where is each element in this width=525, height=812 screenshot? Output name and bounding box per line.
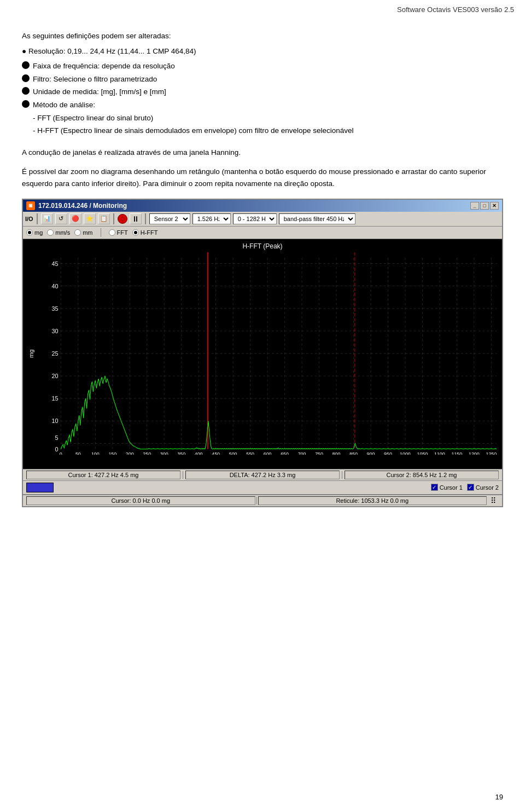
sensor-select[interactable]: Sensor 2 [149, 213, 190, 224]
unit-radio-group: mg mm/s mm [26, 229, 93, 236]
svg-text:1250: 1250 [486, 451, 497, 454]
svg-text:1200: 1200 [469, 451, 480, 454]
svg-text:600: 600 [264, 451, 272, 454]
toolbar-separator-2 [113, 213, 114, 224]
toolbar-btn-3[interactable]: 🔴 [69, 213, 81, 224]
hanning-paragraph: A condução de janelas é realizada atravé… [22, 147, 503, 159]
cursor-color-box [26, 483, 54, 492]
intro-line2: ● Resolução: 0,19... 24,4 Hz (11,44... 1… [22, 45, 503, 57]
svg-text:30: 30 [51, 327, 58, 334]
bullet-text-2: Filtro: Selecione o filtro parametrizado [33, 73, 157, 85]
svg-text:25: 25 [51, 350, 58, 356]
status-divider-1 [183, 471, 183, 479]
intro-section: As seguintes definições podem ser altera… [22, 30, 503, 137]
method-hfft-item[interactable]: H-FFT [132, 229, 158, 236]
method-radio-group: FFT H-FFT [109, 229, 158, 236]
maximize-button[interactable]: □ [480, 202, 489, 210]
unit-mms-item[interactable]: mm/s [47, 229, 70, 236]
record-button[interactable] [118, 214, 127, 224]
svg-text:0: 0 [55, 445, 58, 452]
controls-separator [101, 228, 101, 237]
svg-text:900: 900 [367, 451, 375, 454]
cursor-bottom-status: Cursor: 0.0 Hz 0.0 mg [26, 496, 255, 505]
svg-text:0: 0 [60, 451, 62, 454]
svg-text:700: 700 [298, 451, 306, 454]
reticule-status: Reticule: 1053.3 Hz 0.0 mg [258, 496, 487, 505]
unit-mm-radio[interactable] [74, 229, 81, 236]
main-content: As seguintes definições podem ser altera… [0, 14, 525, 562]
cursor2-status: Cursor 2: 854.5 Hz 1.2 mg [345, 471, 499, 479]
svg-text:400: 400 [195, 451, 203, 454]
cursor1-checkbox-item[interactable]: ✓ Cursor 1 [431, 484, 463, 491]
status-divider-2 [342, 471, 342, 479]
cursor-controls-row: ✓ Cursor 1 ✓ Cursor 2 [23, 480, 502, 494]
svg-text:35: 35 [51, 305, 58, 311]
unit-mms-radio[interactable] [47, 229, 54, 236]
svg-text:1100: 1100 [434, 451, 445, 454]
dash-text-2: - H-FFT (Espectro linear de sinais demod… [33, 126, 354, 135]
chart-inner: 45 40 35 30 25 20 15 10 5 0 [39, 252, 502, 455]
svg-text:500: 500 [229, 451, 237, 454]
status-bar-1: Cursor 1: 427.2 Hz 4.5 mg DELTA: 427.2 H… [23, 469, 502, 480]
controls-row: mg mm/s mm FFT H-FFT [23, 227, 502, 239]
close-button[interactable]: ✕ [490, 202, 499, 210]
method-hfft-radio[interactable] [132, 229, 139, 236]
cursor2-checkbox[interactable]: ✓ [467, 484, 474, 491]
cursor2-checkbox-item[interactable]: ✓ Cursor 2 [467, 484, 499, 491]
toolbar-btn-4[interactable]: ⭐ [84, 213, 96, 224]
toolbar-btn-5[interactable]: 📋 [98, 213, 110, 224]
svg-text:5: 5 [55, 434, 58, 441]
unit-mms-label: mm/s [55, 229, 70, 236]
svg-text:50: 50 [75, 451, 81, 454]
bottom-status-bar: Cursor: 0.0 Hz 0.0 mg Reticule: 1053.3 H… [23, 494, 502, 506]
dash-text-1: - FFT (Espectro linear do sinal bruto) [33, 114, 153, 122]
window-titlebar: ▣ 172.019.014.246 / Monitoring _ □ ✕ [23, 200, 502, 212]
method-hfft-label: H-FFT [141, 229, 158, 236]
chart-area: H-FFT (Peak) mg [23, 239, 502, 469]
range-select[interactable]: 0 - 1282 Hz [233, 213, 277, 224]
filter-select[interactable]: band-pass filter 450 Hz : [279, 213, 355, 224]
minimize-button[interactable]: _ [470, 202, 479, 210]
svg-text:350: 350 [177, 451, 185, 454]
bullet-dot [22, 61, 30, 69]
svg-text:200: 200 [126, 451, 134, 454]
cursor1-status: Cursor 1: 427.2 Hz 4.5 mg [26, 471, 180, 479]
resize-handle[interactable]: ⠿ [488, 496, 499, 505]
svg-text:45: 45 [51, 260, 58, 266]
svg-text:40: 40 [51, 282, 58, 289]
toolbar-separator [37, 213, 38, 224]
pause-button[interactable]: ⏸ [130, 213, 142, 224]
unit-mg-item[interactable]: mg [26, 229, 43, 236]
bullet-item-1: Faixa de frequência: depende da resoluçã… [22, 60, 503, 72]
titlebar-buttons[interactable]: _ □ ✕ [470, 202, 499, 210]
method-fft-item[interactable]: FFT [109, 229, 128, 236]
bottom-status-divider [256, 497, 257, 504]
method-fft-radio[interactable] [109, 229, 115, 236]
bullet-item-2: Filtro: Selecione o filtro parametrizado [22, 73, 503, 85]
svg-text:950: 950 [384, 451, 392, 454]
cursor1-checkbox[interactable]: ✓ [431, 484, 438, 491]
toolbar-btn-2[interactable]: ↺ [55, 213, 67, 224]
svg-text:300: 300 [160, 451, 168, 454]
toolbar-btn-1[interactable]: 📊 [41, 213, 53, 224]
dash-item-2: - H-FFT (Espectro linear de sinais demod… [33, 125, 503, 137]
svg-text:10: 10 [51, 417, 58, 424]
cursor2-label: Cursor 2 [476, 484, 499, 491]
bullet-dot [22, 100, 30, 108]
svg-text:800: 800 [332, 451, 341, 454]
chart-title: H-FFT (Peak) [23, 239, 502, 250]
toolbar-separator-3 [145, 213, 146, 224]
bullet-item-4: Método de análise: [22, 99, 503, 111]
window-title: 172.019.014.246 / Monitoring [38, 202, 127, 210]
svg-text:650: 650 [281, 451, 289, 454]
bullet-dot [22, 74, 30, 82]
svg-text:100: 100 [91, 451, 100, 454]
unit-mg-label: mg [34, 229, 43, 236]
unit-mg-radio[interactable] [26, 229, 33, 236]
unit-mm-item[interactable]: mm [74, 229, 92, 236]
bullet-item-3: Unidade de medida: [mg], [mm/s] e [mm] [22, 86, 503, 98]
page-header: Software Octavis VES003 versão 2.5 [0, 0, 525, 14]
freq-select[interactable]: 1.526 Hz [192, 213, 231, 224]
chart-svg: 45 40 35 30 25 20 15 10 5 0 [39, 252, 502, 455]
bullet-dot [22, 87, 30, 95]
